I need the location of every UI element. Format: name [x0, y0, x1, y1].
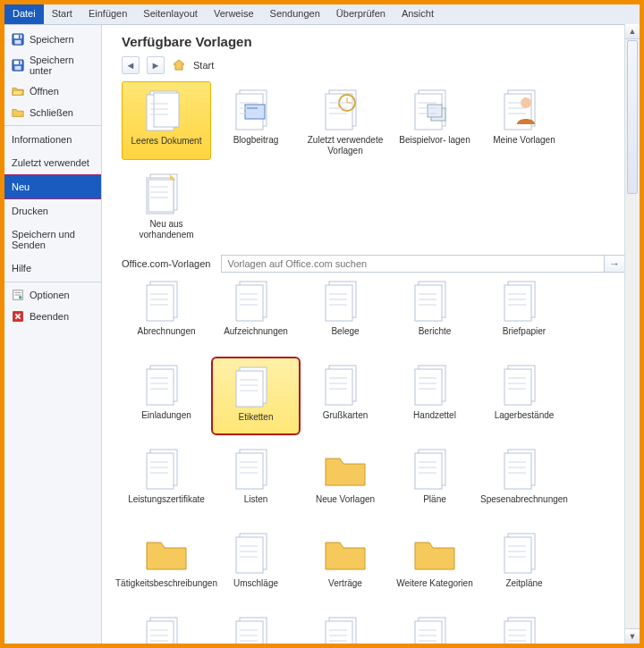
online-template-23[interactable]: Visitenkarten: [390, 609, 479, 644]
sidebar-item-10[interactable]: Hilfe: [4, 257, 101, 280]
home-icon[interactable]: [172, 58, 186, 72]
sidebar-item-label: Öffnen: [30, 86, 59, 97]
online-template-5[interactable]: Einladungen: [122, 357, 211, 441]
backstage-content: Verfügbare Vorlagen ◄ ► Start Leeres Dok…: [102, 25, 640, 644]
online-template-7[interactable]: Grußkarten: [301, 357, 390, 441]
ribbon-tab-1[interactable]: Start: [44, 4, 80, 24]
online-template-4[interactable]: Briefpapier: [479, 273, 569, 357]
sidebar-item-6[interactable]: Zuletzt verwendet: [4, 151, 101, 174]
sidebar-item-9[interactable]: Speichern und Senden: [4, 223, 101, 257]
scroll-down-button[interactable]: ▼: [625, 628, 640, 644]
online-template-20[interactable]: Agendas: [122, 609, 211, 644]
sidebar-item-0[interactable]: Speichern: [4, 29, 101, 50]
template-label: Blogbeitrag: [233, 135, 279, 146]
template-label: Aufzeichnungen: [224, 326, 288, 337]
online-template-9[interactable]: Lagerbestände: [479, 357, 569, 441]
sidebar-item-8[interactable]: Drucken: [4, 199, 101, 223]
online-template-24[interactable]: Kalender: [479, 609, 569, 644]
template-thumb-icon: [320, 87, 370, 131]
scroll-up-button[interactable]: ▲: [625, 24, 640, 39]
sidebar-item-label: Neu: [12, 181, 30, 192]
online-template-8[interactable]: Handzettel: [390, 357, 479, 441]
local-template-2[interactable]: Zuletzt verwendete Vorlagen: [301, 81, 390, 165]
sidebar-item-7[interactable]: Neu: [4, 174, 101, 199]
online-template-16[interactable]: Umschläge: [211, 525, 301, 609]
ribbon-tab-3[interactable]: Seitenlayout: [135, 4, 206, 24]
ribbon-tab-6[interactable]: Überprüfen: [328, 4, 394, 24]
sidebar-item-1[interactable]: Speichern unter: [4, 50, 101, 80]
template-label: Abrechnungen: [137, 326, 195, 337]
online-template-18[interactable]: Weitere Kategorien: [390, 525, 479, 609]
breadcrumb-start[interactable]: Start: [193, 60, 214, 71]
svg-rect-1: [14, 35, 22, 38]
online-template-13[interactable]: Pläne: [390, 441, 479, 525]
ribbon-tab-7[interactable]: Ansicht: [394, 4, 442, 24]
online-template-11[interactable]: Listen: [211, 441, 301, 525]
template-label: Berichte: [419, 326, 452, 337]
sidebar-item-13[interactable]: Beenden: [4, 306, 101, 327]
local-template-4[interactable]: Meine Vorlagen: [479, 81, 569, 165]
template-thumb-icon: [410, 614, 460, 644]
online-template-1[interactable]: Aufzeichnungen: [211, 273, 301, 357]
svg-rect-132: [504, 537, 531, 573]
template-thumb-icon: [141, 530, 191, 575]
ribbon-tab-4[interactable]: Verweise: [206, 4, 262, 24]
template-thumb-icon: [320, 446, 370, 491]
online-template-2[interactable]: Belege: [301, 273, 390, 357]
online-template-21[interactable]: Broschüren und Hefte: [211, 609, 301, 644]
template-thumb-icon: [499, 446, 549, 491]
sidebar-item-label: Zuletzt verwendet: [12, 157, 89, 168]
template-thumb-icon: [320, 278, 370, 323]
online-template-6[interactable]: Etiketten: [211, 357, 301, 435]
svg-rect-62: [236, 285, 263, 321]
sidebar-item-label: Beenden: [30, 311, 69, 322]
online-template-14[interactable]: Spesenabrechnungen: [479, 441, 569, 525]
local-template-5[interactable]: Neu aus vorhandenem: [122, 165, 211, 249]
online-template-15[interactable]: Tätigkeitsbeschreibungen: [122, 525, 211, 609]
online-template-17[interactable]: Verträge: [301, 525, 390, 609]
ribbon-tab-0[interactable]: Datei: [4, 4, 44, 24]
local-template-0[interactable]: Leeres Dokument: [122, 81, 211, 160]
template-label: Einladungen: [141, 410, 191, 421]
svg-rect-57: [147, 285, 174, 321]
sidebar-item-12[interactable]: Optionen: [4, 284, 101, 306]
ribbon-tab-2[interactable]: Einfügen: [80, 4, 135, 24]
office-section-label: Office.com-Vorlagen: [122, 258, 210, 269]
sidebar-item-label: Speichern unter: [30, 55, 94, 76]
template-thumb-icon: [499, 614, 549, 644]
sidebar-item-3[interactable]: Schließen: [4, 102, 101, 123]
online-template-10[interactable]: Leistungszertifikate: [122, 441, 211, 525]
nav-back-button[interactable]: ◄: [122, 56, 140, 74]
svg-rect-52: [148, 180, 174, 212]
sidebar-item-2[interactable]: Öffnen: [4, 80, 101, 102]
online-template-12[interactable]: Neue Vorlagen: [301, 441, 390, 525]
local-template-3[interactable]: Beispielvor- lagen: [390, 81, 479, 165]
template-thumb-icon: [499, 278, 549, 323]
template-label: Umschläge: [233, 578, 278, 589]
nav-forward-button[interactable]: ►: [147, 56, 165, 74]
svg-rect-5: [14, 61, 22, 64]
search-input[interactable]: [221, 255, 605, 273]
template-thumb-icon: [410, 530, 460, 575]
breadcrumb: ◄ ► Start: [122, 56, 625, 74]
online-template-19[interactable]: Zeitpläne: [479, 525, 569, 609]
vertical-scrollbar[interactable]: ▲ ▼: [624, 24, 640, 644]
template-label: Verträge: [328, 578, 362, 589]
sidebar-item-5[interactable]: Informationen: [4, 128, 101, 151]
online-template-0[interactable]: Abrechnungen: [122, 273, 211, 357]
svg-rect-82: [147, 369, 174, 405]
svg-rect-6: [15, 66, 21, 70]
scroll-thumb[interactable]: [627, 40, 638, 194]
online-template-22[interactable]: Budgets: [301, 609, 390, 644]
svg-rect-112: [236, 453, 263, 489]
template-thumb-icon: [141, 614, 191, 644]
search-go-button[interactable]: →: [605, 255, 625, 273]
template-thumb-icon: [231, 364, 281, 408]
svg-rect-97: [415, 369, 442, 405]
svg-rect-127: [236, 537, 263, 573]
ribbon-tab-5[interactable]: Sendungen: [262, 4, 328, 24]
online-template-3[interactable]: Berichte: [390, 273, 479, 357]
local-template-1[interactable]: Blogbeitrag: [211, 81, 301, 165]
sidebar-item-label: Speichern: [30, 34, 74, 45]
svg-rect-92: [326, 369, 352, 405]
